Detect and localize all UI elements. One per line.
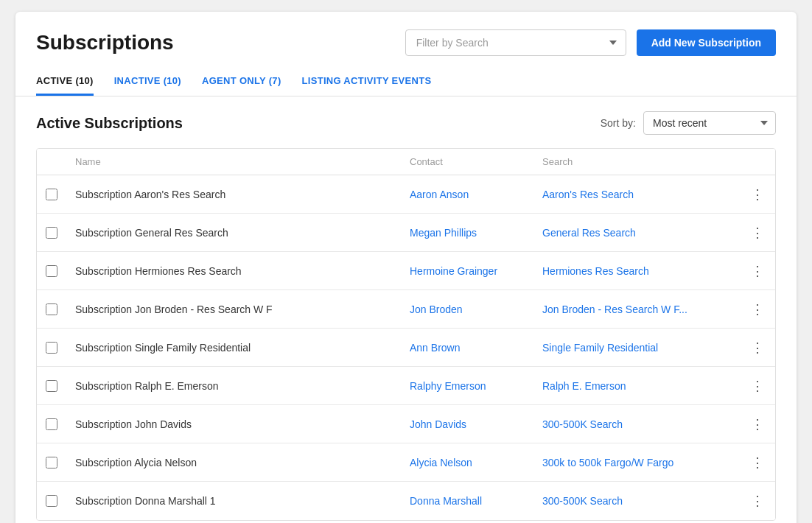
- table-row: Subscription Donna Marshall 1 Donna Mars…: [37, 482, 775, 520]
- checkbox-6[interactable]: [46, 418, 57, 430]
- col-search: Search: [533, 156, 740, 167]
- search-link-8[interactable]: 300-500K Search: [542, 495, 623, 507]
- row-checkbox-6[interactable]: [37, 418, 66, 430]
- contact-link-3[interactable]: Jon Broden: [410, 303, 463, 315]
- checkbox-3[interactable]: [46, 303, 57, 315]
- row-checkbox-4[interactable]: [37, 342, 66, 354]
- contact-link-7[interactable]: Alycia Nelson: [410, 457, 472, 468]
- row-menu-button-8[interactable]: ⋮: [745, 490, 771, 512]
- search-link-6[interactable]: 300-500K Search: [542, 418, 623, 430]
- row-checkbox-3[interactable]: [37, 303, 66, 315]
- cell-name-3: Subscription Jon Broden - Res Search W F: [66, 295, 401, 324]
- table-row: Subscription Aaron's Res Search Aaron An…: [37, 175, 775, 214]
- col-contact: Contact: [401, 156, 533, 167]
- cell-contact-7[interactable]: Alycia Nelson: [401, 448, 533, 477]
- col-name: Name: [66, 156, 401, 167]
- header-row: Subscriptions Filter by Search Add New S…: [15, 12, 797, 68]
- checkbox-5[interactable]: [46, 380, 57, 392]
- cell-contact-4[interactable]: Ann Brown: [401, 333, 533, 362]
- tab-active[interactable]: ACTIVE (10): [36, 68, 94, 96]
- page-title: Subscriptions: [36, 31, 174, 55]
- row-menu-button-5[interactable]: ⋮: [745, 375, 771, 397]
- search-link-4[interactable]: Single Family Residential: [542, 342, 658, 354]
- table-row: Subscription General Res Search Megan Ph…: [37, 214, 775, 252]
- search-link-3[interactable]: Jon Broden - Res Search W F...: [542, 303, 687, 315]
- cell-actions-8: ⋮: [740, 490, 775, 512]
- section-header: Active Subscriptions Sort by: Most recen…: [36, 111, 776, 135]
- filter-search-select[interactable]: Filter by Search: [405, 29, 626, 56]
- search-link-7[interactable]: 300k to 500k Fargo/W Fargo: [542, 457, 673, 468]
- cell-contact-3[interactable]: Jon Broden: [401, 295, 533, 324]
- cell-search-6[interactable]: 300-500K Search: [533, 410, 740, 439]
- search-link-5[interactable]: Ralph E. Emerson: [542, 380, 626, 392]
- cell-actions-7: ⋮: [740, 452, 775, 474]
- row-checkbox-7[interactable]: [37, 457, 66, 468]
- table-row: Subscription Single Family Residential A…: [37, 329, 775, 367]
- tab-inactive[interactable]: INACTIVE (10): [114, 68, 181, 96]
- subscriptions-table: Name Contact Search Subscription Aaron's…: [36, 148, 776, 521]
- row-menu-button-4[interactable]: ⋮: [745, 337, 771, 359]
- row-checkbox-0[interactable]: [37, 189, 66, 200]
- tab-listing-activity[interactable]: LISTING ACTIVITY EVENTS: [302, 68, 432, 96]
- table-row: Subscription Hermiones Res Search Hermoi…: [37, 252, 775, 290]
- content-area: Active Subscriptions Sort by: Most recen…: [15, 96, 797, 521]
- add-new-subscription-button[interactable]: Add New Subscription: [637, 29, 776, 56]
- cell-search-3[interactable]: Jon Broden - Res Search W F...: [533, 295, 740, 324]
- checkbox-2[interactable]: [46, 265, 57, 277]
- sort-row: Sort by: Most recent Oldest Name A-Z Nam…: [601, 111, 776, 135]
- checkbox-1[interactable]: [46, 227, 57, 239]
- cell-search-7[interactable]: 300k to 500k Fargo/W Fargo: [533, 448, 740, 477]
- table-body: Subscription Aaron's Res Search Aaron An…: [37, 175, 775, 520]
- contact-link-8[interactable]: Donna Marshall: [410, 495, 482, 507]
- cell-name-4: Subscription Single Family Residential: [66, 333, 401, 362]
- section-title: Active Subscriptions: [36, 115, 183, 132]
- contact-link-0[interactable]: Aaron Anson: [410, 189, 469, 200]
- checkbox-8[interactable]: [46, 495, 57, 507]
- contact-link-5[interactable]: Ralphy Emerson: [410, 380, 486, 392]
- row-menu-button-3[interactable]: ⋮: [745, 298, 771, 320]
- table-row: Subscription Ralph E. Emerson Ralphy Eme…: [37, 367, 775, 405]
- cell-search-5[interactable]: Ralph E. Emerson: [533, 371, 740, 401]
- cell-name-0: Subscription Aaron's Res Search: [66, 180, 401, 209]
- row-checkbox-2[interactable]: [37, 265, 66, 277]
- cell-search-4[interactable]: Single Family Residential: [533, 333, 740, 362]
- cell-contact-2[interactable]: Hermoine Grainger: [401, 256, 533, 286]
- cell-name-5: Subscription Ralph E. Emerson: [66, 371, 401, 401]
- cell-contact-6[interactable]: John Davids: [401, 410, 533, 439]
- cell-contact-8[interactable]: Donna Marshall: [401, 486, 533, 516]
- cell-contact-1[interactable]: Megan Phillips: [401, 218, 533, 248]
- search-link-0[interactable]: Aaron's Res Search: [542, 189, 634, 200]
- contact-link-4[interactable]: Ann Brown: [410, 342, 460, 354]
- cell-contact-5[interactable]: Ralphy Emerson: [401, 371, 533, 401]
- cell-search-0[interactable]: Aaron's Res Search: [533, 180, 740, 209]
- checkbox-4[interactable]: [46, 342, 57, 354]
- row-menu-button-7[interactable]: ⋮: [745, 452, 771, 474]
- search-link-2[interactable]: Hermiones Res Search: [542, 265, 649, 277]
- row-menu-button-2[interactable]: ⋮: [745, 260, 771, 282]
- tabs-row: ACTIVE (10) INACTIVE (10) AGENT ONLY (7)…: [15, 68, 797, 96]
- contact-link-6[interactable]: John Davids: [410, 418, 466, 430]
- contact-link-1[interactable]: Megan Phillips: [410, 227, 477, 239]
- row-menu-button-6[interactable]: ⋮: [745, 413, 771, 435]
- cell-actions-1: ⋮: [740, 222, 775, 244]
- row-checkbox-5[interactable]: [37, 380, 66, 392]
- cell-search-2[interactable]: Hermiones Res Search: [533, 256, 740, 286]
- sort-select[interactable]: Most recent Oldest Name A-Z Name Z-A: [643, 111, 776, 135]
- cell-name-8: Subscription Donna Marshall 1: [66, 486, 401, 516]
- cell-search-1[interactable]: General Res Search: [533, 218, 740, 248]
- checkbox-7[interactable]: [46, 457, 57, 468]
- cell-search-8[interactable]: 300-500K Search: [533, 486, 740, 516]
- row-menu-button-1[interactable]: ⋮: [745, 222, 771, 244]
- row-menu-button-0[interactable]: ⋮: [745, 183, 771, 206]
- row-checkbox-1[interactable]: [37, 227, 66, 239]
- search-link-1[interactable]: General Res Search: [542, 227, 636, 239]
- cell-contact-0[interactable]: Aaron Anson: [401, 180, 533, 209]
- tab-agent-only[interactable]: AGENT ONLY (7): [202, 68, 281, 96]
- contact-link-2[interactable]: Hermoine Grainger: [410, 265, 497, 277]
- col-checkbox: [37, 156, 66, 167]
- cell-actions-3: ⋮: [740, 298, 775, 320]
- checkbox-0[interactable]: [46, 189, 57, 200]
- row-checkbox-8[interactable]: [37, 495, 66, 507]
- table-row: Subscription Alycia Nelson Alycia Nelson…: [37, 443, 775, 482]
- cell-actions-4: ⋮: [740, 337, 775, 359]
